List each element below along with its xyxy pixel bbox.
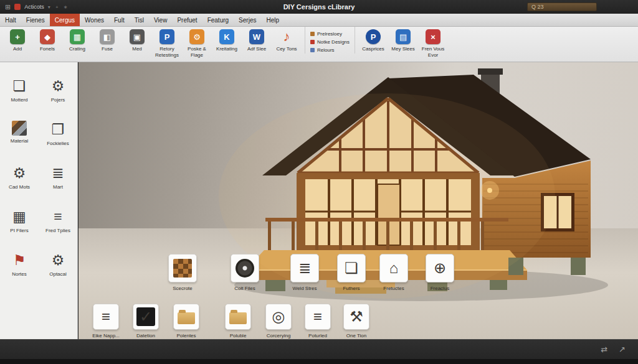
- menu-item[interactable]: View: [149, 14, 173, 26]
- menu-item-label: Cergus: [55, 17, 75, 24]
- shortcut-tile: ✓: [133, 304, 159, 330]
- search-box[interactable]: Q 23: [527, 2, 597, 11]
- shortcut-tile: [173, 304, 199, 330]
- sidebar-tool[interactable]: ≡ Fred Tplies: [39, 208, 77, 251]
- cube-icon: ❏: [13, 77, 26, 95]
- app-logo-icon: [14, 4, 21, 10]
- toolbar-button[interactable]: ◆ Fonels: [32, 26, 62, 52]
- toolbar-button-label2: Retestings: [155, 52, 179, 58]
- house-3d-model: [79, 62, 638, 339]
- shortcut-label: Poturled: [308, 333, 327, 338]
- sidebar-tool[interactable]: ⚑ Nortes: [0, 251, 39, 295]
- toolbar-button[interactable]: + Add: [2, 26, 32, 52]
- toolbar-button-label: Fuse: [102, 46, 113, 52]
- canvas-shortcut[interactable]: ⊕ Freaclus: [416, 254, 464, 291]
- sidebar-tool[interactable]: ≣ Mart: [39, 164, 77, 208]
- toolbar-button[interactable]: P Retory Retestings: [152, 26, 182, 59]
- menu-item[interactable]: Serjes: [234, 14, 261, 26]
- toolbar-button[interactable]: ◧ Fuse: [92, 26, 122, 52]
- sidebar-tool-label: Fockielies: [47, 141, 69, 146]
- canvas-shortcut[interactable]: ❏ Futhers: [328, 254, 375, 291]
- toolbar-button[interactable]: ▦ Crating: [62, 26, 92, 52]
- toolbar-button[interactable]: ♪ Cey Tons: [272, 26, 302, 52]
- menu-item-label: View: [154, 17, 168, 24]
- checkmark-icon: ✓: [136, 307, 155, 326]
- toolbar-button[interactable]: ▤ Mey Slees: [388, 26, 418, 52]
- shortcut-label: Weld Stres: [293, 286, 317, 291]
- fuse-icon: ◧: [100, 29, 115, 44]
- toolbar-text-item[interactable]: Relours: [310, 47, 350, 53]
- bottom-strip: [0, 359, 638, 364]
- sidebar-tool[interactable]: ❐ Fockielies: [39, 121, 77, 164]
- add-icon: +: [10, 29, 25, 44]
- toolbar-button[interactable]: × Fren Vous Evor: [418, 26, 448, 59]
- menu-bar: Halt Fienes Cergus Wones Fult Tisl Vie: [0, 14, 638, 27]
- shortcut-label: Datetion: [136, 333, 155, 338]
- shortcut-tile: ◎: [265, 304, 292, 330]
- menu-item-label: Help: [266, 17, 279, 24]
- gear-icon: ⚙: [13, 164, 26, 182]
- menu-item[interactable]: Fienes: [21, 14, 50, 26]
- menu-item-label: Fienes: [26, 17, 45, 24]
- sidebar-tool[interactable]: ▦ PI Filers: [0, 208, 39, 251]
- toolbar-button[interactable]: ▣ Med: [122, 26, 152, 52]
- menu-item-label: Wones: [85, 17, 104, 24]
- house-icon: ⌂: [389, 259, 399, 277]
- toolbar-button[interactable]: ⚙ Poske & Flage: [182, 26, 212, 59]
- shortcut-tile: [231, 254, 259, 282]
- sidebar-tool[interactable]: ⚙ Pojers: [39, 77, 77, 121]
- menu-item[interactable]: Cergus: [50, 14, 80, 26]
- wood-texture-icon: [173, 259, 192, 278]
- menu-item[interactable]: Halt: [0, 14, 21, 26]
- canvas-shortcut[interactable]: Polentes: [163, 304, 210, 338]
- sidebar-tool-label: PI Filers: [10, 228, 28, 233]
- sidebar-tool[interactable]: ⚙ Optacal: [39, 251, 77, 295]
- menu-item-label: Prefuet: [177, 17, 197, 24]
- document-icon: ≡: [313, 308, 322, 325]
- viewport-3d[interactable]: Scecrote Colt Files ≣ Weld Stres: [79, 62, 638, 339]
- shortcut-label: Futhers: [343, 286, 359, 291]
- toolbar-button-label: Med: [132, 46, 142, 52]
- canvas-shortcut[interactable]: ⚒ One Tion: [333, 304, 380, 338]
- toolbar-button-label2: Evor: [428, 52, 438, 58]
- app-menu-icon[interactable]: ⊞: [5, 3, 11, 11]
- flag-icon: ⚑: [13, 251, 26, 269]
- menu-item[interactable]: Featurg: [202, 14, 234, 26]
- material-grid-icon: [12, 121, 27, 136]
- sidebar-tool-label: Material: [11, 138, 28, 144]
- sidebar-tool[interactable]: Material: [0, 121, 39, 164]
- share-icon[interactable]: ↗: [619, 345, 626, 354]
- titlebar-left-cluster: ⊞ Acticots ▾ + ∗: [0, 3, 70, 11]
- menu-item[interactable]: Prefuet: [172, 14, 202, 26]
- menu-item[interactable]: Tisl: [130, 14, 149, 26]
- menu-item[interactable]: Wones: [80, 14, 109, 26]
- left-sidebar: ❏ Motterd ⚙ Pojers Material ❐ Fockielies…: [0, 62, 78, 339]
- canvas-shortcut[interactable]: Scecrote: [159, 254, 206, 291]
- menu-item[interactable]: Fult: [109, 14, 130, 26]
- canvas-shortcut[interactable]: Colt Files: [221, 254, 269, 291]
- shortcut-tile: ⊕: [426, 254, 454, 282]
- document-icon: ≡: [102, 308, 110, 325]
- shortcut-tile: ⌂: [379, 254, 408, 282]
- toolbar-button[interactable]: P Casprices: [358, 26, 388, 52]
- toolbar-button-label: Adf Slee: [247, 46, 266, 52]
- swap-icon[interactable]: ⇄: [601, 345, 607, 354]
- canvas-shortcut[interactable]: ⌂ Fretuctes: [370, 254, 417, 291]
- w-badge-icon: W: [249, 29, 264, 44]
- shortcut-tile: [225, 304, 251, 330]
- tools-icon: ⚒: [350, 308, 363, 325]
- shortcut-label: Freaclus: [431, 286, 450, 291]
- sidebar-tool[interactable]: ⚙ Cad Mots: [0, 164, 39, 208]
- canvas-shortcut[interactable]: ≣ Weld Stres: [281, 254, 328, 291]
- status-bar: ⇄ ↗: [0, 339, 638, 359]
- toolbar-group-right: P Casprices ▤ Mey Slees × Fren Vous Evor: [358, 26, 448, 59]
- toolbar-button[interactable]: W Adf Slee: [242, 26, 272, 52]
- toolbar-button[interactable]: K Kreitating: [212, 26, 242, 52]
- toolbar-text-item[interactable]: Notke Designs: [310, 39, 350, 45]
- sidebar-tool[interactable]: ❏ Motterd: [0, 77, 39, 121]
- toolbar-text-item[interactable]: Prelresloey: [310, 31, 350, 37]
- toolbar-group-left: + Add ◆ Fonels ▦ Crating ◧: [2, 26, 302, 59]
- shapes-icon: ◆: [40, 29, 55, 44]
- box-icon: ❐: [52, 121, 65, 138]
- menu-item[interactable]: Help: [261, 14, 284, 26]
